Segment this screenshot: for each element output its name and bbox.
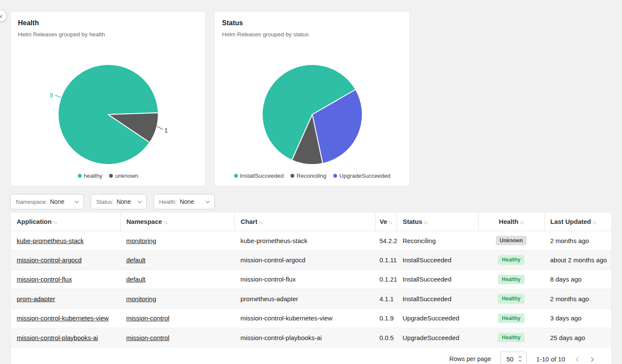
col-header-namespace[interactable]: Namespace↑↓ [120, 212, 234, 231]
col-header-status[interactable]: Status↑↓ [397, 212, 478, 231]
namespace-link[interactable]: monitoring [126, 295, 156, 302]
legend-label: Reconciling [296, 173, 326, 179]
version-cell: 4.1.1 [375, 289, 397, 308]
pagination-range: 1-10 of 10 [536, 355, 565, 363]
health-badge: Healthy [498, 294, 524, 303]
version-cell: 0.1.9 [375, 308, 397, 328]
last-updated-cell: 8 days ago [544, 270, 612, 289]
filter-label: Namespace: [16, 199, 47, 205]
col-header-chart[interactable]: Chart↑↓ [234, 212, 375, 231]
namespace-link[interactable]: default [126, 276, 145, 283]
charts-row: Health Helm Releases grouped by health 9… [0, 0, 622, 186]
last-updated-cell: 25 days ago [544, 328, 612, 347]
pie-label-unknown-count: 1 [164, 126, 168, 134]
namespace-link[interactable]: mission-control [126, 334, 169, 341]
health-card: Health Helm Releases grouped by health 9… [10, 11, 206, 186]
status-card: Status Helm Releases grouped by status I… [214, 11, 410, 186]
status-pie-chart [244, 62, 381, 167]
namespace-filter-select[interactable]: Namespace: None [10, 194, 84, 209]
chevron-left-icon: ‹ [575, 352, 579, 364]
health-filter-select[interactable]: Health: None [154, 194, 215, 209]
health-badge: Healthy [498, 275, 524, 284]
chart-cell: kube-prometheus-stack [234, 231, 375, 250]
status-cell: UpgradeSucceeded [397, 308, 478, 328]
sort-icon: ↑↓ [259, 220, 263, 225]
col-header-health[interactable]: Health↑↓ [478, 212, 544, 231]
status-cell: InstallSucceeded [397, 270, 478, 289]
status-filter-select[interactable]: Status: None [91, 194, 147, 209]
application-link[interactable]: mission-control-playbooks-ai [17, 334, 98, 341]
sort-icon: ↑↓ [520, 220, 524, 225]
last-updated-cell: about 2 months ago [544, 250, 612, 270]
chart-cell: mission-control-flux [234, 270, 375, 289]
legend-item-unknown[interactable]: unknown [109, 173, 138, 179]
filter-value: None [180, 198, 194, 205]
table-row: mission-control-kubernetes-view mission-… [11, 308, 612, 328]
table-row: mission-control-argocd default mission-c… [11, 250, 612, 270]
legend-item-reconciling[interactable]: Reconciling [290, 173, 326, 179]
previous-page-button[interactable]: ‹ [575, 353, 580, 364]
version-cell: 0.0.5 [375, 328, 397, 347]
application-link[interactable]: mission-control-kubernetes-view [17, 314, 109, 322]
legend-dot-icon [290, 174, 294, 178]
version-cell: 0.1.11 [375, 250, 397, 270]
legend-label: healthy [84, 173, 103, 179]
sort-icon: ↑↓ [424, 220, 427, 225]
leader-line [55, 95, 61, 97]
table-row: prom-adapter monitoring prometheus-adapt… [11, 289, 612, 308]
legend-dot-icon [109, 174, 113, 178]
card-subtitle: Helm Releases grouped by health [18, 31, 198, 38]
filter-bar: Namespace: None Status: None Health: Non… [10, 194, 612, 209]
legend-item-installsucceeded[interactable]: InstallSucceeded [234, 173, 284, 179]
chevron-right-icon: › [590, 352, 594, 364]
filter-label: Status: [96, 199, 113, 205]
filter-value: None [50, 198, 64, 205]
chevron-down-icon [138, 199, 142, 203]
namespace-link[interactable]: default [126, 256, 145, 264]
legend-item-healthy[interactable]: healthy [78, 173, 103, 179]
namespace-link[interactable]: mission-control [126, 314, 169, 322]
sort-icon: ↑↓ [53, 220, 57, 225]
col-header-version[interactable]: Ve↑↓ [375, 212, 397, 231]
sort-icon: ↑↓ [388, 220, 392, 225]
chevron-down-icon [75, 199, 79, 203]
health-badge: Healthy [498, 333, 524, 342]
legend-dot-icon [234, 174, 238, 178]
filter-value: None [116, 198, 130, 205]
application-link[interactable]: mission-control-argocd [17, 256, 82, 264]
next-page-button[interactable]: › [589, 353, 595, 364]
application-link[interactable]: prom-adapter [17, 295, 55, 302]
pie-label-healthy-count: 9 [49, 91, 53, 99]
releases-table-panel: Application↑↓ Namespace↑↓ Chart↑↓ Ve↑↓ S… [10, 212, 612, 364]
chevron-left-icon: ‹ [0, 12, 2, 21]
table-row: kube-prometheus-stack monitoring kube-pr… [11, 231, 612, 250]
namespace-link[interactable]: monitoring [126, 237, 156, 244]
status-cell: UpgradeSucceeded [397, 328, 478, 347]
last-updated-cell: 2 months ago [544, 231, 612, 250]
status-legend: InstallSucceeded Reconciling UpgradeSucc… [234, 173, 391, 179]
table-row: mission-control-flux default mission-con… [11, 270, 612, 289]
version-cell: 54.2.2 [375, 231, 397, 250]
unfold-more-icon [518, 355, 522, 363]
releases-table: Application↑↓ Namespace↑↓ Chart↑↓ Ve↑↓ S… [11, 212, 612, 347]
rows-per-page-select[interactable]: 50 [501, 352, 527, 364]
chart-cell: mission-control-kubernetes-view [234, 308, 375, 328]
application-link[interactable]: mission-control-flux [17, 276, 72, 283]
chevron-down-icon [206, 199, 210, 203]
card-title: Status [222, 19, 402, 27]
sort-icon: ↑↓ [592, 220, 596, 225]
legend-label: InstallSucceeded [240, 173, 284, 179]
legend-dot-icon [78, 174, 82, 178]
table-row: mission-control-playbooks-ai mission-con… [11, 328, 612, 347]
col-header-application[interactable]: Application↑↓ [11, 212, 120, 231]
application-link[interactable]: kube-prometheus-stack [17, 237, 84, 244]
health-badge: Healthy [498, 255, 524, 264]
rows-per-page-value: 50 [506, 355, 514, 363]
health-pie-chart: 9 1 [40, 62, 177, 167]
card-subtitle: Helm Releases grouped by status [222, 31, 402, 38]
card-title: Health [18, 19, 198, 27]
last-updated-cell: 2 months ago [544, 289, 612, 308]
col-header-last-updated[interactable]: Last Updated↑↓ [544, 212, 612, 231]
legend-item-upgradesucceeded[interactable]: UpgradeSucceeded [333, 173, 390, 179]
version-cell: 0.1.21 [375, 270, 397, 289]
